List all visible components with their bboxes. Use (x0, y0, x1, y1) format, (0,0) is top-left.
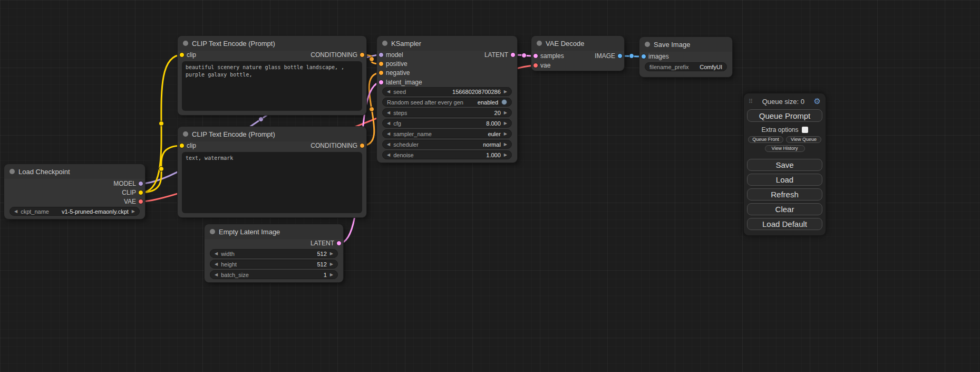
extra-options-checkbox[interactable] (802, 127, 808, 133)
prev-value-arrow-icon[interactable] (215, 252, 218, 256)
prev-value-arrow-icon[interactable] (387, 111, 390, 115)
wire-midpoint-dot (370, 57, 374, 62)
port-samples-input[interactable] (533, 53, 538, 59)
prev-value-arrow-icon[interactable] (387, 142, 390, 147)
node-title-bar[interactable]: Empty Latent Image (205, 224, 343, 239)
prev-value-arrow-icon[interactable] (387, 121, 390, 126)
node-title-bar[interactable]: KSampler (377, 36, 517, 51)
port-conditioning-output[interactable] (360, 143, 365, 148)
port-vae-input[interactable] (533, 63, 538, 68)
port-latent-output[interactable] (336, 241, 342, 246)
port-clip-input[interactable] (179, 52, 185, 58)
widget-scheduler[interactable]: scheduler normal (382, 140, 512, 149)
collapse-dot-icon[interactable] (382, 41, 387, 46)
wire-midpoint-dot (522, 53, 527, 58)
load-button[interactable]: Load (747, 174, 822, 186)
node-title-bar[interactable]: Load Checkpoint (4, 164, 145, 179)
prev-value-arrow-icon[interactable] (215, 273, 218, 277)
next-value-arrow-icon[interactable] (504, 153, 507, 157)
port-latent-output[interactable] (510, 52, 516, 58)
port-model-output[interactable] (138, 181, 143, 186)
port-model-input[interactable] (379, 52, 384, 58)
drag-handle-icon[interactable]: ⠿ (749, 98, 753, 105)
node-clip-text-encode-negative[interactable]: CLIP Text Encode (Prompt) clip CONDITION… (178, 127, 366, 217)
input-label-images: images (648, 52, 669, 61)
widget-random-seed-toggle[interactable]: Random seed after every gen enabled (382, 98, 512, 107)
widget-ckpt-name[interactable]: ckpt_name v1-5-pruned-emaonly.ckpt (9, 207, 140, 216)
collapse-dot-icon[interactable] (645, 42, 650, 47)
next-value-arrow-icon[interactable] (330, 262, 333, 266)
queue-front-button[interactable]: Queue Front (748, 136, 783, 143)
widget-height[interactable]: height 512 (210, 260, 338, 269)
node-save-image[interactable]: Save Image images filename_prefix ComfyU… (639, 37, 732, 77)
load-default-button[interactable]: Load Default (747, 218, 822, 230)
negative-prompt-textarea[interactable]: text, watermark (182, 152, 362, 213)
widget-value: ComfyUI (700, 64, 722, 70)
toggle-knob-icon[interactable] (501, 99, 507, 105)
positive-prompt-textarea[interactable]: beautiful scenery nature glass bottle la… (182, 61, 362, 111)
queue-prompt-button[interactable]: Queue Prompt (747, 109, 822, 122)
widget-filename-prefix[interactable]: filename_prefix ComfyUI (645, 62, 727, 71)
widget-denoise[interactable]: denoise 1.000 (382, 150, 512, 159)
prev-value-arrow-icon[interactable] (387, 132, 390, 136)
settings-gear-icon[interactable]: ⚙ (814, 97, 821, 106)
output-label-clip: CLIP (122, 188, 136, 197)
widget-steps[interactable]: steps 20 (382, 108, 512, 117)
node-title-bar[interactable]: Save Image (639, 37, 732, 52)
port-images-input[interactable] (641, 54, 646, 59)
prev-value-arrow-icon[interactable] (387, 153, 390, 157)
prev-value-arrow-icon[interactable] (387, 90, 390, 94)
next-value-arrow-icon[interactable] (504, 132, 507, 136)
node-load-checkpoint[interactable]: Load Checkpoint MODEL CLIP VAE ckpt_name… (4, 164, 145, 219)
collapse-dot-icon[interactable] (183, 41, 188, 46)
next-value-arrow-icon[interactable] (330, 273, 333, 277)
next-value-arrow-icon[interactable] (504, 121, 507, 126)
port-image-output[interactable] (617, 53, 623, 59)
node-ksampler[interactable]: KSampler model positive negative latent_… (377, 36, 517, 163)
widget-batch-size[interactable]: batch_size 1 (210, 270, 338, 279)
node-vae-decode[interactable]: VAE Decode samples vae IMAGE (531, 36, 624, 71)
node-title: VAE Decode (546, 40, 584, 47)
port-conditioning-output[interactable] (360, 52, 365, 58)
collapse-dot-icon[interactable] (9, 169, 15, 174)
input-label-samples: samples (540, 52, 564, 60)
prev-value-arrow-icon[interactable] (14, 209, 17, 214)
node-empty-latent-image[interactable]: Empty Latent Image LATENT width 512 heig… (205, 224, 343, 282)
widget-name: width (221, 251, 235, 257)
clear-button[interactable]: Clear (747, 203, 822, 215)
port-clip-input[interactable] (179, 143, 185, 148)
next-value-arrow-icon[interactable] (504, 111, 507, 115)
input-label-negative: negative (386, 69, 410, 77)
view-queue-button[interactable]: View Queue (786, 136, 821, 143)
node-title-bar[interactable]: CLIP Text Encode (Prompt) (178, 36, 366, 51)
wire-midpoint-dot (629, 54, 634, 59)
node-title-bar[interactable]: CLIP Text Encode (Prompt) (178, 127, 366, 141)
widget-sampler-name[interactable]: sampler_name euler (382, 129, 512, 138)
widget-cfg[interactable]: cfg 8.000 (382, 119, 512, 128)
next-value-arrow-icon[interactable] (504, 142, 507, 147)
widget-width[interactable]: width 512 (210, 249, 338, 258)
widget-name: scheduler (393, 141, 419, 148)
wire-midpoint-dot (259, 117, 264, 122)
next-value-arrow-icon[interactable] (504, 90, 507, 94)
port-vae-output[interactable] (138, 199, 143, 204)
widget-name: height (221, 261, 237, 268)
widget-name: steps (393, 110, 407, 116)
port-latent-image-input[interactable] (379, 80, 384, 85)
refresh-button[interactable]: Refresh (747, 188, 822, 201)
collapse-dot-icon[interactable] (183, 131, 188, 137)
widget-seed[interactable]: seed 156680208700286 (382, 87, 512, 96)
next-value-arrow-icon[interactable] (132, 209, 135, 214)
prev-value-arrow-icon[interactable] (215, 262, 218, 266)
view-history-button[interactable]: View History (765, 145, 805, 152)
node-title-bar[interactable]: VAE Decode (531, 36, 624, 51)
port-negative-input[interactable] (379, 70, 384, 75)
next-value-arrow-icon[interactable] (330, 252, 333, 256)
port-clip-output[interactable] (138, 190, 143, 195)
collapse-dot-icon[interactable] (210, 229, 215, 234)
collapse-dot-icon[interactable] (537, 41, 542, 46)
port-positive-input[interactable] (379, 61, 384, 66)
save-button[interactable]: Save (747, 159, 822, 171)
node-clip-text-encode-positive[interactable]: CLIP Text Encode (Prompt) clip CONDITION… (178, 36, 366, 115)
queue-size-label: Queue size: 0 (755, 98, 811, 106)
